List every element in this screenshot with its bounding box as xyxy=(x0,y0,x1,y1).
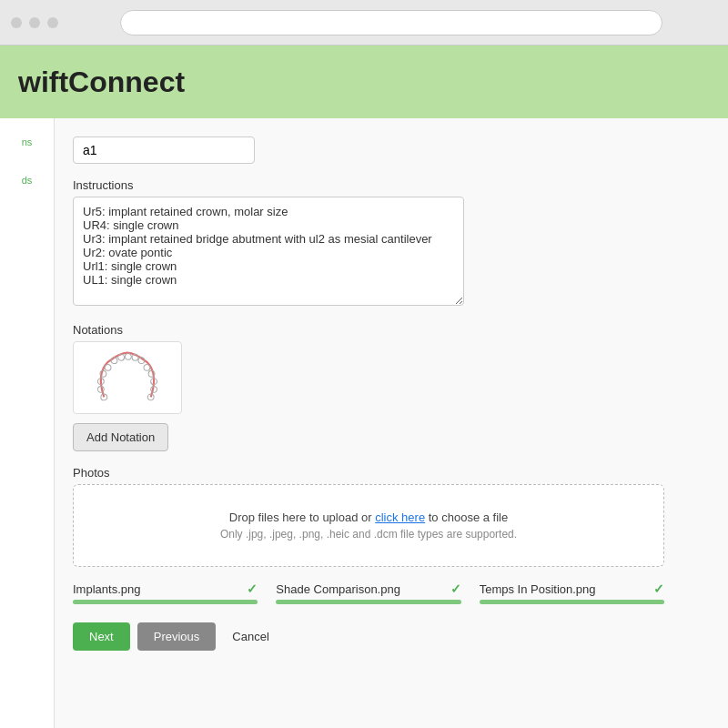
file-item-0: Implants.png ✓ xyxy=(73,581,258,604)
logo-prefix: wift xyxy=(18,66,68,98)
drop-zone-subtext: Only .jpg, .jpeg, .png, .heic and .dcm f… xyxy=(92,528,645,541)
file-progress-1 xyxy=(276,600,460,604)
header: wiftConnect xyxy=(0,46,728,118)
file-progress-0 xyxy=(73,600,258,604)
action-buttons: Next Previous Cancel xyxy=(73,622,701,651)
instructions-textarea[interactable]: Ur5: implant retained crown, molar size … xyxy=(73,197,464,306)
logo-bold: Connect xyxy=(68,66,185,98)
file-check-0: ✓ xyxy=(247,581,258,596)
case-id-input[interactable] xyxy=(73,136,255,164)
file-name-0: Implants.png xyxy=(73,582,140,596)
next-button[interactable]: Next xyxy=(73,622,130,651)
sidebar-item-ds[interactable]: ds xyxy=(7,175,46,186)
svg-point-6 xyxy=(118,354,125,360)
page-wrapper: wiftConnect ns ds Instructions Ur5: impl… xyxy=(0,46,728,728)
photos-section: Photos Drop files here to upload or clic… xyxy=(73,466,701,604)
svg-point-4 xyxy=(105,364,111,370)
previous-button[interactable]: Previous xyxy=(137,622,217,651)
file-progress-2 xyxy=(480,600,664,604)
drop-zone-primary2: to choose a file xyxy=(425,511,508,524)
file-name-row-2: Temps In Position.png ✓ xyxy=(480,581,664,596)
browser-url-bar[interactable] xyxy=(120,10,662,35)
file-item-2: Temps In Position.png ✓ xyxy=(480,581,664,604)
browser-dot-2 xyxy=(29,17,40,28)
sidebar-item-ns[interactable]: ns xyxy=(7,136,46,147)
case-id-row xyxy=(73,136,701,164)
file-name-2: Temps In Position.png xyxy=(480,582,596,596)
instructions-row: Instructions Ur5: implant retained crown… xyxy=(73,178,701,308)
file-name-row-1: Shade Comparison.png ✓ xyxy=(276,581,460,596)
notations-section: Notations xyxy=(73,323,701,451)
notation-thumbnail xyxy=(73,341,182,414)
file-list: Implants.png ✓ Shade Comparison.png ✓ xyxy=(73,581,664,604)
sidebar: ns ds xyxy=(0,118,55,728)
browser-dot-1 xyxy=(11,17,22,28)
main-content: Instructions Ur5: implant retained crown… xyxy=(55,118,728,728)
notations-label: Notations xyxy=(73,323,701,337)
file-name-1: Shade Comparison.png xyxy=(276,582,400,596)
drop-zone[interactable]: Drop files here to upload or click here … xyxy=(73,484,664,567)
drop-zone-primary: Drop files here to upload or xyxy=(229,511,375,524)
dental-arch-svg xyxy=(86,350,168,405)
svg-point-7 xyxy=(125,353,131,359)
drop-zone-text: Drop files here to upload or click here … xyxy=(92,511,645,524)
file-name-row-0: Implants.png ✓ xyxy=(73,581,258,596)
logo: wiftConnect xyxy=(18,66,185,99)
file-check-1: ✓ xyxy=(450,581,461,596)
content-area: ns ds Instructions Ur5: implant retained… xyxy=(0,118,728,728)
file-check-2: ✓ xyxy=(653,581,664,596)
file-item-1: Shade Comparison.png ✓ xyxy=(276,581,460,604)
browser-chrome xyxy=(0,0,728,46)
browser-dot-3 xyxy=(47,17,58,28)
cancel-button[interactable]: Cancel xyxy=(223,622,278,651)
add-notation-button[interactable]: Add Notation xyxy=(73,423,168,451)
instructions-label: Instructions xyxy=(73,178,701,192)
photos-label: Photos xyxy=(73,466,701,480)
svg-point-10 xyxy=(144,364,150,370)
drop-zone-link[interactable]: click here xyxy=(375,511,425,524)
